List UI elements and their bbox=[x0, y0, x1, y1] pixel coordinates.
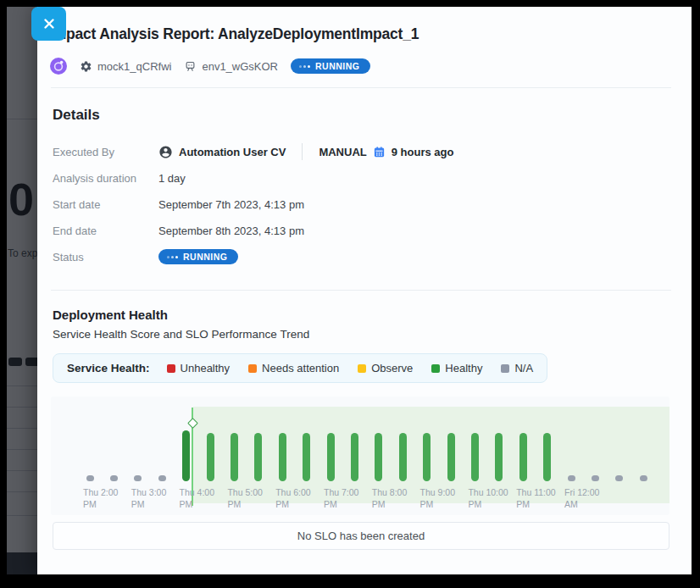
health-bar-healthy bbox=[375, 433, 382, 481]
impact-analysis-report-panel: Impact Analysis Report: AnalyzeDeploymen… bbox=[37, 7, 692, 574]
health-bar-healthy bbox=[231, 433, 238, 481]
health-bar-no-data bbox=[110, 475, 118, 481]
legend-swatch bbox=[501, 364, 509, 373]
detail-row-start-date: Start date September 7th 2023, 4:13 pm bbox=[53, 191, 671, 217]
health-bar-healthy bbox=[399, 433, 407, 481]
health-bar-healthy bbox=[279, 433, 286, 481]
environment-name: env1_wGsKOR bbox=[202, 60, 278, 73]
legend-label: Needs attention bbox=[262, 362, 339, 374]
deployment-health-subtitle: Service Health Score and SLO Performance… bbox=[53, 328, 671, 341]
health-bar-healthy bbox=[423, 433, 431, 481]
x-axis-label: Thu 2:00 PM bbox=[83, 486, 118, 510]
health-bar-healthy bbox=[519, 433, 527, 481]
health-bar-no-data bbox=[568, 475, 575, 481]
health-bar-healthy bbox=[447, 433, 455, 481]
legend-label: Unhealthy bbox=[181, 362, 231, 374]
legend-label: Healthy bbox=[445, 362, 482, 374]
detail-label: Status bbox=[53, 251, 158, 263]
legend-item-n-a: N/A bbox=[501, 362, 533, 374]
legend-label: N/A bbox=[514, 362, 533, 374]
x-axis-label: Fri 12:00 AM bbox=[564, 486, 599, 510]
no-slo-message-box: No SLO has been created bbox=[53, 522, 669, 550]
gear-icon bbox=[80, 60, 92, 73]
legend-item-needs-attention: Needs attention bbox=[248, 362, 339, 374]
x-axis-label: Thu 10:00 PM bbox=[468, 486, 508, 510]
detail-row-status: Status RUNNING bbox=[53, 244, 671, 269]
x-axis-label: Thu 5:00 PM bbox=[227, 486, 262, 510]
report-meta-row: mock1_qCRfwi env1_wGsKOR bbox=[49, 58, 671, 75]
health-bar-healthy bbox=[471, 433, 479, 481]
running-indicator-dots bbox=[167, 256, 178, 258]
status-badge-label: RUNNING bbox=[183, 252, 228, 262]
health-bar-healthy bbox=[351, 433, 358, 481]
calendar-icon bbox=[373, 146, 386, 158]
legend-item-healthy: Healthy bbox=[431, 362, 482, 374]
executed-time: 9 hours ago bbox=[392, 146, 454, 158]
trigger-type: MANUAL bbox=[319, 146, 366, 158]
legend-label: Observe bbox=[371, 362, 413, 374]
x-axis-label: Thu 7:00 PM bbox=[324, 486, 358, 510]
health-bar-healthy bbox=[327, 433, 335, 481]
health-bar-no-data bbox=[158, 475, 166, 481]
start-date-value: September 7th 2023, 4:13 pm bbox=[158, 198, 304, 211]
detail-label: Analysis duration bbox=[53, 172, 158, 185]
legend-item-unhealthy: Unhealthy bbox=[167, 362, 231, 374]
modal-overlay-scrim[interactable] bbox=[7, 7, 37, 574]
health-bar-no-data bbox=[615, 475, 623, 481]
dimmed-background-page[interactable]: 0 To expa bbox=[7, 7, 37, 574]
report-header: Impact Analysis Report: AnalyzeDeploymen… bbox=[37, 7, 692, 75]
x-axis-label: Thu 3:00 PM bbox=[131, 486, 166, 510]
health-bar-healthy bbox=[207, 433, 214, 481]
health-bar-healthy bbox=[303, 433, 310, 481]
service-meta[interactable]: mock1_qCRfwi bbox=[80, 60, 171, 73]
running-indicator-dots bbox=[299, 65, 310, 68]
health-bar-no-data bbox=[86, 475, 94, 481]
legend-title: Service Health: bbox=[67, 362, 150, 374]
deployment-health-heading: Deployment Health bbox=[53, 308, 671, 322]
detail-label: Executed By bbox=[53, 146, 158, 158]
status-badge: RUNNING bbox=[158, 249, 238, 265]
status-badge: RUNNING bbox=[291, 58, 370, 75]
detail-label: Start date bbox=[53, 198, 158, 211]
x-axis-label: Thu 6:00 PM bbox=[275, 486, 310, 510]
end-date-value: September 8th 2023, 4:13 pm bbox=[158, 225, 304, 237]
health-bar-healthy bbox=[182, 430, 190, 481]
x-axis-label: Thu 4:00 PM bbox=[180, 486, 214, 510]
health-bar-no-data bbox=[134, 475, 142, 481]
health-bar-healthy bbox=[254, 433, 262, 481]
health-bar-healthy bbox=[543, 433, 551, 481]
x-axis-label: Thu 9:00 PM bbox=[420, 486, 455, 510]
user-avatar-icon bbox=[158, 145, 173, 159]
status-badge-label: RUNNING bbox=[315, 62, 360, 71]
no-slo-message: No SLO has been created bbox=[297, 530, 425, 542]
health-bar-no-data bbox=[640, 475, 647, 481]
analysis-duration-value: 1 day bbox=[158, 172, 186, 185]
service-health-legend: Service Health: UnhealthyNeeds attention… bbox=[53, 353, 547, 383]
report-title: Impact Analysis Report: AnalyzeDeploymen… bbox=[49, 25, 671, 43]
deployment-avatar-icon bbox=[50, 58, 67, 75]
legend-swatch bbox=[248, 364, 257, 373]
legend-swatch bbox=[431, 364, 440, 373]
value-divider bbox=[302, 143, 303, 160]
details-heading: Details bbox=[53, 107, 671, 124]
x-axis-label: Thu 11:00 PM bbox=[516, 486, 556, 510]
legend-swatch bbox=[358, 364, 366, 373]
legend-swatch bbox=[167, 364, 175, 373]
environment-icon bbox=[184, 60, 197, 73]
environment-meta[interactable]: env1_wGsKOR bbox=[184, 60, 278, 73]
deployment-health-section: Deployment Health Service Health Score a… bbox=[37, 291, 692, 550]
health-bar-no-data bbox=[592, 475, 599, 481]
detail-row-executed-by: Executed By Automation User CV MANUAL bbox=[53, 139, 671, 164]
close-icon bbox=[43, 18, 55, 30]
details-section: Details Executed By Automation User CV M… bbox=[37, 88, 692, 283]
screenshot-stage: 0 To expa Impact Analysis Report: Analyz… bbox=[0, 0, 700, 588]
close-button[interactable] bbox=[31, 7, 66, 41]
detail-row-analysis-duration: Analysis duration 1 day bbox=[53, 165, 671, 191]
x-axis-label: Thu 8:00 PM bbox=[372, 486, 407, 510]
detail-row-end-date: End date September 8th 2023, 4:13 pm bbox=[53, 218, 671, 243]
legend-items: UnhealthyNeeds attentionObserveHealthyN/… bbox=[167, 362, 534, 374]
health-bar-healthy bbox=[495, 433, 503, 481]
executed-by-user: Automation User CV bbox=[179, 146, 286, 158]
detail-label: End date bbox=[53, 225, 158, 237]
legend-item-observe: Observe bbox=[358, 362, 413, 374]
